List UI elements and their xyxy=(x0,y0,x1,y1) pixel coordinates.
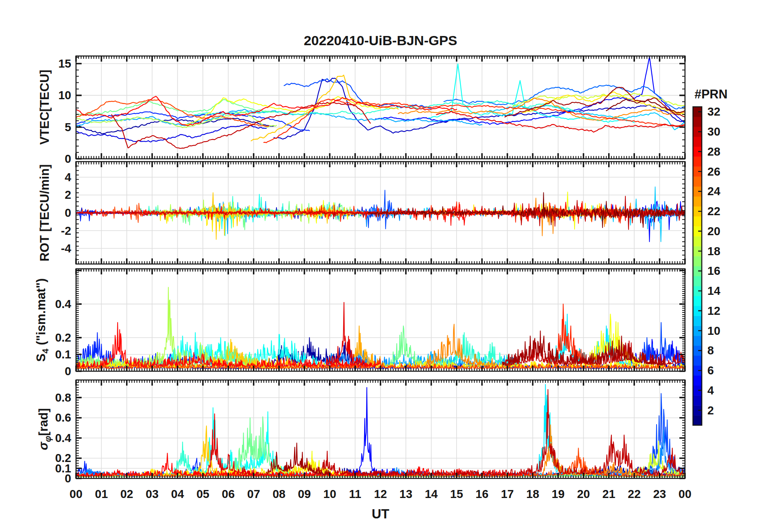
colorbar-band-prn-7 xyxy=(693,356,702,366)
y-tick-label: 0.6 xyxy=(55,411,71,424)
x-tick-label: 16 xyxy=(476,488,489,500)
y-tick-label: 0.8 xyxy=(55,391,71,404)
y-tick-label: -2 xyxy=(61,224,71,237)
x-tick-label: 03 xyxy=(146,488,158,500)
x-tick-label: 14 xyxy=(425,488,438,500)
series-prn-20 xyxy=(185,97,380,125)
x-tick-label: 19 xyxy=(552,488,565,500)
y-axis-label-rot: ROT [TECU/min] xyxy=(38,164,52,262)
colorbar-tick-label: 20 xyxy=(707,225,720,238)
colorbar-title: #PRN xyxy=(695,87,728,102)
y-axis-label-sigma-phi: σφ[rad] xyxy=(36,408,53,450)
colorbar-tick-label: 14 xyxy=(707,284,720,297)
colorbar-tick-label: 18 xyxy=(707,245,720,258)
y-tick-label: 15 xyxy=(58,57,71,70)
s4-symbol: S xyxy=(34,354,48,362)
series-prn-5 xyxy=(350,388,426,476)
colorbar-tick-label: 8 xyxy=(707,344,714,357)
x-tick-label: 15 xyxy=(450,488,463,500)
colorbar-band-prn-13 xyxy=(693,296,702,306)
x-tick-label: 12 xyxy=(374,488,387,500)
x-axis-tick-labels: 0001020304050607080910111213141516171819… xyxy=(70,488,691,500)
colorbar-band-prn-31 xyxy=(693,117,702,127)
x-tick-label: 11 xyxy=(349,488,361,500)
s4-suffix: ("ism.mat") xyxy=(34,278,48,349)
colorbar: 2468101214161820222426283032 xyxy=(693,105,720,425)
x-tick-label: 23 xyxy=(653,488,666,500)
y-tick-label: 0.2 xyxy=(55,452,71,464)
colorbar-tick-label: 24 xyxy=(707,185,720,198)
colorbar-tick-label: 16 xyxy=(707,264,720,277)
colorbar-band-prn-15 xyxy=(693,276,702,286)
panel-2: -4-2024 xyxy=(61,162,685,264)
colorbar-band-prn-29 xyxy=(693,137,702,147)
y-tick-label: -4 xyxy=(61,242,71,255)
y-tick-label: 10 xyxy=(58,89,71,102)
s4-subscript: 4 xyxy=(40,348,50,353)
y-tick-label: 2 xyxy=(65,188,71,201)
y-tick-label: 0 xyxy=(65,152,71,165)
series-prn-30 xyxy=(314,390,685,476)
x-tick-label: 17 xyxy=(501,488,514,500)
colorbar-tick-label: 22 xyxy=(707,205,720,218)
x-tick-label: 02 xyxy=(120,488,133,500)
colorbar-band-prn-21 xyxy=(693,216,702,226)
colorbar-band-prn-5 xyxy=(693,376,702,386)
page-title: 20220410-UiB-BJN-GPS xyxy=(304,33,457,48)
colorbar-tick-label: 28 xyxy=(707,145,720,158)
x-tick-label: 20 xyxy=(577,488,590,500)
colorbar-tick-label: 32 xyxy=(707,105,720,118)
y-tick-label: 0.1 xyxy=(55,348,71,361)
colorbar-tick-label: 30 xyxy=(707,125,720,138)
x-tick-label: 01 xyxy=(95,488,108,500)
panel-1: 051015 xyxy=(58,56,685,165)
x-tick-label: 06 xyxy=(222,488,234,500)
x-axis-label: UT xyxy=(372,506,389,522)
colorbar-band-prn-27 xyxy=(693,156,702,166)
gridlines xyxy=(76,380,685,478)
y-tick-label: 0.2 xyxy=(55,331,71,344)
series-prn-3 xyxy=(274,78,685,139)
colorbar-tick-label: 2 xyxy=(707,404,714,417)
colorbar-tick-label: 4 xyxy=(707,384,714,397)
gps-multi-panel-plot: 051015-4-202400.10.20.400.10.20.40.60.80… xyxy=(0,0,761,532)
x-tick-label: 21 xyxy=(603,488,615,500)
y-tick-label: 4 xyxy=(65,171,71,184)
y-axis-label-s4: S4 ("ism.mat") xyxy=(34,278,51,362)
x-tick-label: 09 xyxy=(298,488,311,500)
colorbar-band-prn-9 xyxy=(693,336,702,346)
x-tick-label: 05 xyxy=(196,488,209,500)
x-tick-label: 13 xyxy=(399,488,412,500)
x-tick-label: 00 xyxy=(70,488,82,500)
colorbar-tick-label: 12 xyxy=(707,304,720,317)
colorbar-band-prn-11 xyxy=(693,316,702,326)
x-tick-label: 22 xyxy=(628,488,641,500)
x-tick-label: 18 xyxy=(526,488,539,500)
y-tick-label: 0 xyxy=(65,206,71,219)
colorbar-band-prn-3 xyxy=(693,395,702,405)
y-tick-label: 0 xyxy=(65,365,71,378)
panel-4: 00.10.20.40.60.8 xyxy=(55,380,685,485)
colorbar-tick-label: 26 xyxy=(707,165,720,178)
sigma-symbol: σ xyxy=(36,442,50,450)
panel-3: 00.10.20.4 xyxy=(55,269,685,378)
colorbar-tick-label: 10 xyxy=(707,324,720,337)
y-tick-label: 0.4 xyxy=(55,298,71,310)
x-tick-label: 07 xyxy=(247,488,260,500)
y-tick-label: 5 xyxy=(65,121,71,134)
colorbar-band-prn-19 xyxy=(693,236,702,246)
y-tick-label: 0.4 xyxy=(55,432,71,444)
rad-suffix: [rad] xyxy=(36,408,50,436)
series-prn-16 xyxy=(226,417,294,475)
colorbar-band-prn-17 xyxy=(693,256,702,266)
figure-window: 051015-4-202400.10.20.400.10.20.40.60.80… xyxy=(0,0,761,532)
x-tick-label: 08 xyxy=(272,488,285,500)
x-tick-label: 04 xyxy=(171,488,184,500)
y-axis-label-vtec: VTEC[TECU] xyxy=(38,70,52,145)
series-prn-31 xyxy=(505,87,685,117)
x-tick-label: 00 xyxy=(679,488,691,500)
colorbar-tick-label: 6 xyxy=(707,364,714,377)
colorbar-band-prn-1 xyxy=(693,415,702,425)
colorbar-band-prn-25 xyxy=(693,176,702,186)
x-tick-label: 10 xyxy=(323,488,336,500)
